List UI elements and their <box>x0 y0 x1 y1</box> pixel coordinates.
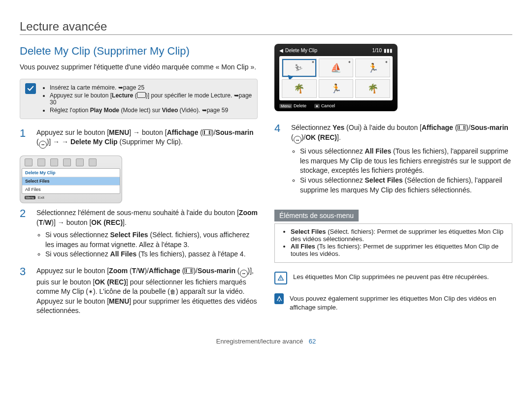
menu-button-label: Menu <box>25 196 35 199</box>
step-body: Appuyez sur le bouton [MENU] → bouton [A… <box>36 128 258 149</box>
intro-text: Vous pouvez supprimer l'étiquette d'une … <box>20 62 258 72</box>
grid-title: Delete My Clip <box>285 48 317 53</box>
prep-item: Insérez la carte mémoire. ➥page 25 <box>50 84 252 91</box>
menu-screenshot: Delete My Clip Select Files All Files Me… <box>20 156 122 203</box>
grid-counter: 1/10 <box>372 48 382 53</box>
prep-item: Réglez l'option Play Mode (Mode lect) su… <box>50 107 252 114</box>
step-bullet: Si vous sélectionnez All Files (Ts les f… <box>45 250 258 259</box>
submenu-item: Select Files (Sélect. fichiers): Permet … <box>291 228 505 243</box>
step-body: Appuyez sur le bouton [Zoom (T/W)/Affich… <box>36 266 258 316</box>
battery-icon: ▮▮▮ <box>384 48 393 53</box>
svg-rect-0 <box>280 277 281 279</box>
submenu-header: Éléments de sous-menu <box>274 210 359 221</box>
steps-right: Sélectionnez Yes (Oui) à l'aide du bouto… <box>274 123 512 195</box>
step-4: Sélectionnez Yes (Oui) à l'aide du bouto… <box>274 123 512 195</box>
grid-screenshot: ◀ Delete My Clip 1/10 ▮▮▮ ⛷✶ ⛵✶ 🏃✶ 🌴 🏃 🌴 <box>274 44 398 111</box>
warning-text: Les étiquettes Mon Clip supprimées ne pe… <box>293 273 489 281</box>
tip-text: Vous pouvez également supprimer les étiq… <box>290 294 512 312</box>
step-2: Sélectionnez l'élément de sous-menu souh… <box>20 208 258 259</box>
step-3: Appuyez sur le bouton [Zoom (T/W)/Affich… <box>20 266 258 316</box>
left-column: Delete My Clip (Supprimer My Clip) Vous … <box>20 44 258 323</box>
svg-point-2 <box>278 300 279 301</box>
warning-note: Les étiquettes Mon Clip supprimées ne pe… <box>274 272 512 284</box>
preparation-list: Insérez la carte mémoire. ➥page 25 Appuy… <box>42 83 252 115</box>
menu-item: Delete My Clip <box>22 169 120 177</box>
step-bullet: Si vous sélectionnez Select Files (Sélec… <box>300 176 512 195</box>
footer-label: Enregistrement/lecture avancé <box>216 338 303 345</box>
check-icon <box>25 83 36 94</box>
info-icon <box>274 293 284 304</box>
step-bullet: Si vous sélectionnez Select Files (Sélec… <box>45 230 258 250</box>
step-bullet: Si vous sélectionnez All Files (Tous les… <box>300 147 512 176</box>
tip-note: Vous pouvez également supprimer les étiq… <box>274 293 512 312</box>
right-column: ◀ Delete My Clip 1/10 ▮▮▮ ⛷✶ ⛵✶ 🏃✶ 🌴 🏃 🌴 <box>274 44 512 323</box>
back-icon: ◀ <box>279 48 283 53</box>
warning-icon <box>274 272 287 284</box>
steps-left: Appuyez sur le bouton [MENU] → bouton [A… <box>20 128 258 149</box>
submenu-box: Select Files (Sélect. fichiers): Permet … <box>274 223 512 263</box>
section-title: Delete My Clip (Supprimer My Clip) <box>20 45 258 58</box>
menu-item: All Files <box>22 186 120 193</box>
chapter-title: Lecture avancée <box>20 20 512 33</box>
preparation-note: Insérez la carte mémoire. ➥page 25 Appuy… <box>20 79 258 119</box>
svg-rect-1 <box>280 279 281 280</box>
step-1: Appuyez sur le bouton [MENU] → bouton [A… <box>20 128 258 149</box>
step-body: Sélectionnez Yes (Oui) à l'aide du bouto… <box>291 123 512 195</box>
step-body: Sélectionnez l'élément de sous-menu souh… <box>36 208 258 259</box>
menu-footer-label: Exit <box>38 195 44 200</box>
steps-left-cont: Sélectionnez l'élément de sous-menu souh… <box>20 208 258 316</box>
submenu-item: All Files (Ts les fichiers): Permet de s… <box>291 243 505 257</box>
page-footer: Enregistrement/lecture avancé 62 <box>20 338 512 345</box>
prep-item: Appuyez sur le bouton [Lecture ()] pour … <box>50 92 252 106</box>
divider <box>20 34 512 35</box>
menu-item: Select Files <box>22 177 120 186</box>
footer-page-number: 62 <box>309 338 316 345</box>
